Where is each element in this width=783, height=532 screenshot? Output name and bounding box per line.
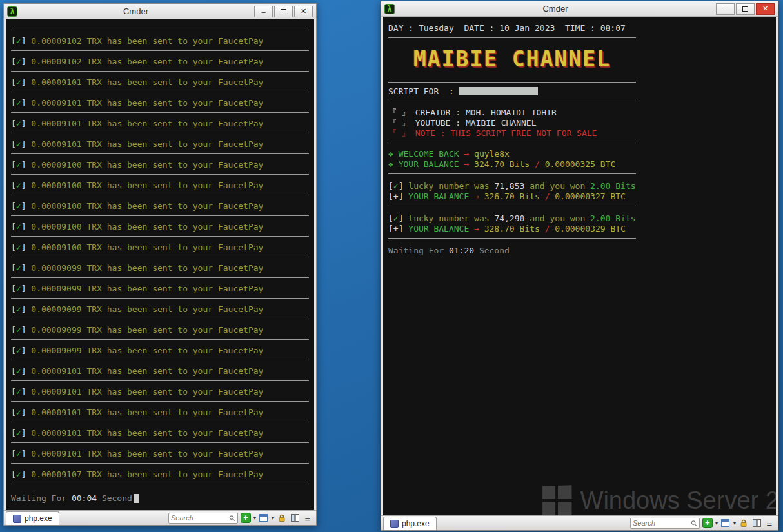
script-for-line: SCRIPT FOR :: [388, 86, 636, 97]
balance-line: ❖ YOUR BALANCE → 324.70 Bits / 0.0000032…: [388, 159, 636, 170]
menu-button[interactable]: ≡: [764, 518, 775, 528]
separator-line: [388, 206, 636, 206]
note-value: THIS SCRIPT FREE NOT FOR SALE: [450, 128, 597, 138]
trx-log-line: [✓] 0.00009101 TRX has been sent to your…: [11, 112, 309, 133]
trx-log-line: [✓] 0.00009100 TRX has been sent to your…: [11, 174, 309, 195]
console-window-button[interactable]: [259, 513, 269, 523]
check-icon: ✓: [16, 139, 21, 149]
lock-console-button[interactable]: [277, 513, 287, 523]
waiting-label: Waiting For: [388, 246, 444, 255]
trx-amount: 0.00009100: [31, 222, 81, 232]
search-box[interactable]: [630, 518, 700, 529]
lucky-number: 71,853: [494, 181, 524, 191]
split-view-button[interactable]: [751, 518, 762, 528]
trx-log-line: [✓] 0.00009101 TRX has been sent to your…: [11, 380, 309, 401]
trx-log-line: [✓] 0.00009102 TRX has been sent to your…: [11, 30, 309, 50]
new-console-button[interactable]: +: [702, 518, 713, 528]
trx-message: TRX has been sent to your FaucetPay: [86, 222, 263, 232]
check-icon: ✓: [16, 366, 21, 376]
bracket-open: [: [11, 469, 16, 479]
slash: /: [545, 224, 550, 233]
trx-message: TRX has been sent to your FaucetPay: [86, 242, 263, 252]
bracket-open: [: [11, 222, 16, 232]
youtube-label: YOUTUBE :: [415, 118, 461, 128]
bracket-open: [: [11, 284, 16, 293]
trx-amount: 0.00009102: [31, 36, 81, 46]
youtube-line: 『 』 YOUTUBE : MAIBIE CHANNEL: [388, 118, 636, 128]
new-console-button[interactable]: +: [241, 513, 251, 523]
menu-button[interactable]: ≡: [302, 513, 313, 523]
maximize-button[interactable]: [274, 6, 293, 17]
search-box[interactable]: [168, 513, 238, 524]
check-icon: ✓: [16, 325, 21, 335]
check-icon: ✓: [16, 222, 21, 232]
bracket-close: ]: [21, 263, 26, 273]
lucky-line: [✓] lucky number was 74,290 and you won …: [388, 213, 636, 224]
search-input[interactable]: [171, 514, 229, 522]
console-window-dropdown-icon[interactable]: ▾: [733, 520, 736, 526]
bracket-close: ]: [21, 139, 26, 149]
bracket-close: ]: [21, 366, 26, 376]
waiting-line: Waiting For 00:04 Second: [11, 493, 309, 503]
console-tab-php[interactable]: php.exe: [6, 511, 59, 525]
console-tab-php[interactable]: php.exe: [383, 517, 437, 530]
bracket-open: [: [11, 57, 16, 66]
split-view-icon: [753, 519, 761, 527]
trx-log-line: [✓] 0.00009099 TRX has been sent to your…: [11, 298, 309, 319]
check-icon: ✓: [16, 242, 21, 252]
console-tab-label: php.exe: [25, 514, 52, 523]
maximize-button[interactable]: [736, 3, 755, 15]
balance-update-line: [+] YOUR BALANCE → 328.70 Bits / 0.00000…: [388, 224, 636, 234]
balance-btc: 0.00000329 BTC: [555, 224, 626, 233]
youtube-value: MAIBIE CHANNEL: [466, 118, 537, 128]
bracket-open: [: [11, 408, 16, 417]
script-for-label: SCRIPT FOR :: [388, 86, 454, 96]
console-window-dropdown-icon[interactable]: ▾: [272, 515, 274, 521]
bracket-decoration: 『 』: [388, 118, 410, 128]
search-input[interactable]: [633, 519, 691, 527]
minimize-button[interactable]: –: [716, 3, 735, 15]
lucky-label: lucky number was: [408, 213, 489, 223]
cmder-lambda-icon: λ: [384, 4, 395, 14]
trx-message: TRX has been sent to your FaucetPay: [86, 428, 263, 438]
bracket-open: [: [11, 160, 16, 170]
bracket-open: [: [11, 139, 16, 149]
lock-icon: [740, 519, 748, 527]
new-console-dropdown-icon[interactable]: ▾: [715, 520, 718, 526]
title-bar[interactable]: λ Cmder – ✕: [381, 1, 778, 17]
terminal-output-left[interactable]: [✓] 0.00009102 TRX has been sent to your…: [6, 19, 314, 510]
separator-line: [388, 101, 636, 101]
check-icon: ✓: [16, 119, 21, 128]
close-button[interactable]: ✕: [294, 6, 313, 17]
title-bar[interactable]: λ Cmder – ✕: [4, 4, 316, 19]
terminal-output-right[interactable]: DAY : Tuesday DATE : 10 Jan 2023 TIME : …: [383, 17, 776, 515]
lock-console-button[interactable]: [738, 518, 749, 528]
close-button[interactable]: ✕: [756, 3, 775, 15]
welcome-username: quyle8x: [474, 149, 510, 159]
bracket-open: [: [11, 181, 16, 190]
balance-label: YOUR BALANCE: [408, 224, 469, 233]
console-window-button[interactable]: [720, 518, 731, 528]
balance-bits: 324.70 Bits: [474, 159, 530, 169]
trx-amount: 0.00009099: [31, 263, 81, 273]
bracket-close: ]: [21, 242, 26, 252]
bracket-open: [: [388, 224, 393, 233]
trx-log-line: [✓] 0.00009099 TRX has been sent to your…: [11, 277, 309, 298]
waiting-unit: Second: [479, 246, 510, 255]
windows-logo-icon: [542, 485, 571, 515]
trx-amount: 0.00009101: [31, 428, 81, 438]
new-console-dropdown-icon[interactable]: ▾: [253, 515, 256, 521]
split-view-button[interactable]: [290, 513, 300, 523]
bracket-open: [: [11, 36, 16, 46]
check-icon: ✓: [16, 36, 21, 46]
check-icon: ✓: [16, 387, 21, 397]
welcome-line: ❖ WELCOME BACK → quyle8x: [388, 149, 636, 159]
trx-message: TRX has been sent to your FaucetPay: [86, 201, 263, 211]
ascii-banner: MAIBIE CHANNEL: [388, 42, 636, 78]
status-bar: php.exe + ▾ ▾ ≡: [4, 510, 316, 525]
balance-bits: 328.70 Bits: [484, 224, 540, 233]
won-amount: 2.00 Bits: [590, 213, 635, 223]
minimize-button[interactable]: –: [254, 6, 273, 17]
waiting-label: Waiting For: [11, 493, 66, 503]
bracket-decoration: 『 』: [388, 108, 410, 117]
